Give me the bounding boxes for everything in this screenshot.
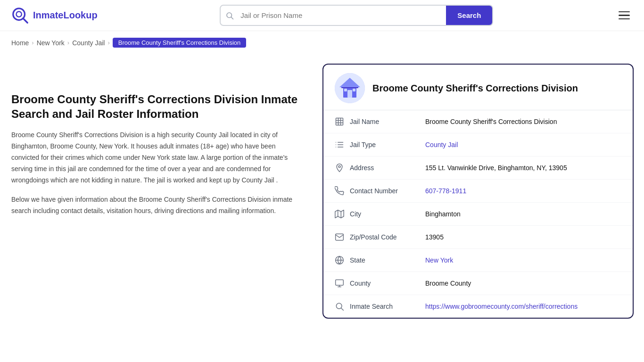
info-label-7: County — [350, 280, 425, 287]
svg-rect-10 — [344, 89, 347, 91]
hamburger-line-3 — [619, 18, 630, 20]
info-row: Jail NameBroome County Sheriff's Correct… — [323, 110, 633, 133]
svg-line-27 — [341, 308, 344, 311]
info-value-1[interactable]: County Jail — [425, 141, 621, 148]
info-value-3[interactable]: 607-778-1911 — [425, 187, 621, 195]
info-row: Inmate Searchhttps://www.gobroomecounty.… — [323, 295, 633, 318]
icon-city — [335, 209, 350, 219]
svg-rect-12 — [336, 118, 343, 125]
search-bar: Search — [220, 5, 493, 26]
svg-rect-25 — [336, 280, 344, 286]
breadcrumb-home[interactable]: Home — [11, 39, 29, 47]
info-value-2: 155 Lt. Vanwinkle Drive, Binghamton, NY,… — [425, 164, 621, 172]
info-rows: Jail NameBroome County Sheriff's Correct… — [323, 110, 633, 318]
info-row: StateNew York — [323, 249, 633, 272]
info-label-3: Contact Number — [350, 187, 425, 195]
icon-phone — [335, 186, 350, 196]
info-label-5: Zip/Postal Code — [350, 233, 425, 241]
info-link-1[interactable]: County Jail — [425, 141, 458, 148]
info-label-4: City — [350, 210, 425, 218]
info-row: Jail TypeCounty Jail — [323, 133, 633, 156]
hamburger-line-1 — [619, 11, 630, 13]
search-input[interactable] — [239, 7, 446, 24]
svg-rect-11 — [353, 89, 355, 91]
page-description-2: Below we have given information about th… — [11, 194, 304, 217]
info-link-3[interactable]: 607-778-1911 — [425, 187, 466, 195]
card-avatar — [335, 73, 365, 103]
info-value-8[interactable]: https://www.gobroomecounty.com/sheriff/c… — [425, 303, 621, 310]
info-card: Broome County Sheriff's Corrections Divi… — [322, 64, 634, 319]
main-layout: Broome County Sheriff's Corrections Divi… — [0, 54, 644, 337]
info-row: Zip/Postal Code13905 — [323, 226, 633, 249]
breadcrumb-sep-1: › — [32, 39, 33, 46]
info-row: Address155 Lt. Vanwinkle Drive, Binghamt… — [323, 156, 633, 180]
card-header: Broome County Sheriff's Corrections Divi… — [323, 65, 633, 110]
breadcrumb-type[interactable]: County Jail — [72, 39, 105, 47]
svg-line-1 — [23, 18, 28, 23]
info-value-4: Binghamton — [425, 210, 621, 218]
logo-text: InmateLookup — [33, 10, 98, 21]
logo-icon — [11, 7, 29, 25]
card-title: Broome County Sheriff's Corrections Divi… — [372, 83, 578, 94]
info-row: CityBinghamton — [323, 203, 633, 226]
svg-point-2 — [16, 11, 21, 16]
breadcrumb-current: Broome County Sheriff's Corrections Divi… — [113, 38, 246, 48]
search-bar-icon — [221, 11, 239, 20]
info-label-0: Jail Name — [350, 118, 425, 125]
info-value-5: 13905 — [425, 233, 621, 241]
info-value-7: Broome County — [425, 280, 621, 287]
icon-globe — [335, 255, 350, 265]
info-link-8[interactable]: https://www.gobroomecounty.com/sheriff/c… — [425, 303, 578, 310]
header: InmateLookup Search — [0, 0, 644, 31]
hamburger-line-2 — [619, 15, 630, 16]
info-row: CountyBroome County — [323, 272, 633, 295]
search-button[interactable]: Search — [446, 6, 492, 25]
svg-rect-9 — [347, 90, 352, 98]
svg-line-4 — [231, 17, 233, 19]
svg-point-19 — [339, 165, 340, 167]
icon-building — [335, 117, 350, 126]
icon-pin — [335, 163, 350, 173]
page-description-1: Broome County Sheriff's Corrections Divi… — [11, 130, 304, 186]
icon-search-inmate — [335, 302, 350, 311]
info-label-2: Address — [350, 164, 425, 172]
breadcrumb-sep-3: › — [107, 39, 109, 46]
breadcrumb-sep-2: › — [67, 39, 69, 46]
left-content: Broome County Sheriff's Corrections Divi… — [11, 64, 322, 319]
icon-zip — [335, 232, 350, 242]
info-label-1: Jail Type — [350, 141, 425, 148]
logo[interactable]: InmateLookup — [11, 7, 98, 25]
breadcrumb-state[interactable]: New York — [37, 39, 65, 47]
icon-county — [335, 279, 350, 288]
svg-marker-20 — [335, 210, 344, 218]
hamburger-menu[interactable] — [616, 8, 633, 23]
breadcrumb: Home › New York › County Jail › Broome C… — [0, 31, 644, 54]
info-link-6[interactable]: New York — [425, 256, 453, 264]
page-title: Broome County Sheriff's Corrections Divi… — [11, 92, 304, 121]
info-label-8: Inmate Search — [350, 303, 425, 310]
info-value-6[interactable]: New York — [425, 256, 621, 264]
icon-list — [335, 140, 350, 149]
info-value-0: Broome County Sheriff's Corrections Divi… — [425, 118, 621, 125]
info-label-6: State — [350, 256, 425, 264]
info-row: Contact Number607-778-1911 — [323, 180, 633, 203]
